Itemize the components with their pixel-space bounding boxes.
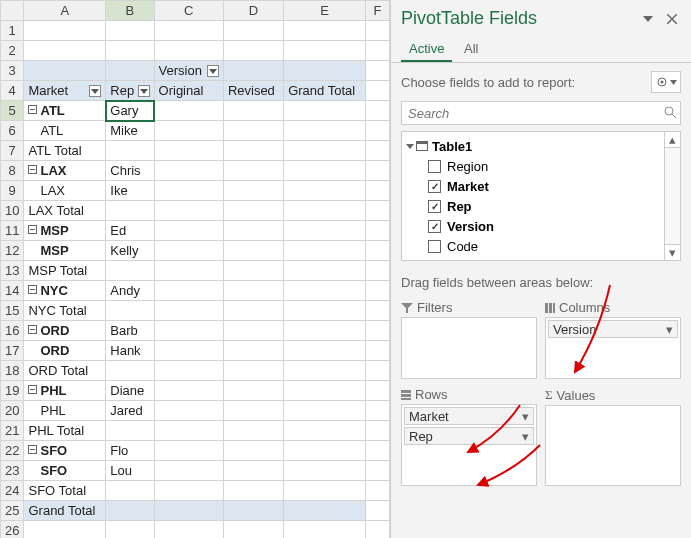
row-12[interactable]: 12 — [1, 241, 24, 261]
field-rep[interactable]: ✓Rep — [406, 196, 664, 216]
row-25[interactable]: 25 — [1, 501, 24, 521]
col-D[interactable]: D — [223, 1, 283, 21]
chevron-down-icon: ▾ — [522, 429, 529, 444]
subtotal-row: SFO Total — [24, 481, 106, 501]
spreadsheet-grid[interactable]: A B C D E F 1 2 3 Version 4 Market Rep O… — [0, 0, 390, 538]
rep-cell[interactable]: Gary — [106, 101, 154, 121]
col-A[interactable]: A — [24, 1, 106, 21]
row-22[interactable]: 22 — [1, 441, 24, 461]
pill-market[interactable]: Market▾ — [404, 407, 534, 425]
row-23[interactable]: 23 — [1, 461, 24, 481]
row-21[interactable]: 21 — [1, 421, 24, 441]
svg-rect-9 — [401, 398, 411, 400]
field-code[interactable]: Code — [406, 236, 664, 256]
checkbox-market[interactable]: ✓ — [428, 180, 441, 193]
row-19[interactable]: 19 — [1, 381, 24, 401]
collapse-icon[interactable] — [28, 325, 37, 334]
checkbox-code[interactable] — [428, 240, 441, 253]
collapse-icon[interactable] — [28, 445, 37, 454]
subtotal-row: MSP Total — [24, 261, 106, 281]
row-18[interactable]: 18 — [1, 361, 24, 381]
row-15[interactable]: 15 — [1, 301, 24, 321]
close-icon[interactable] — [663, 10, 681, 28]
tab-active[interactable]: Active — [401, 37, 452, 62]
col-E[interactable]: E — [284, 1, 366, 21]
row-1[interactable]: 1 — [1, 21, 24, 41]
values-drop-area[interactable] — [545, 405, 681, 486]
columns-label: Columns — [559, 300, 610, 315]
row-16[interactable]: 16 — [1, 321, 24, 341]
version-label: Version — [159, 63, 202, 78]
market-filter-dropdown[interactable] — [89, 85, 101, 97]
market-cell: MSP — [40, 243, 68, 258]
checkbox-region[interactable] — [428, 160, 441, 173]
table-node[interactable]: Table1 — [406, 136, 664, 156]
col-B[interactable]: B — [106, 1, 154, 21]
rep-cell[interactable]: Jared — [106, 401, 154, 421]
tab-all[interactable]: All — [456, 37, 486, 60]
columns-icon — [545, 303, 555, 313]
tools-dropdown[interactable] — [651, 71, 681, 93]
select-all[interactable] — [1, 1, 24, 21]
row-7[interactable]: 7 — [1, 141, 24, 161]
rep-cell[interactable]: Diane — [106, 381, 154, 401]
rep-cell[interactable]: Hank — [106, 341, 154, 361]
row-24[interactable]: 24 — [1, 481, 24, 501]
row-17[interactable]: 17 — [1, 341, 24, 361]
checkbox-rep[interactable]: ✓ — [428, 200, 441, 213]
checkbox-version[interactable]: ✓ — [428, 220, 441, 233]
row-26[interactable]: 26 — [1, 521, 24, 539]
scroll-up-icon[interactable]: ▴ — [665, 132, 680, 148]
rep-cell[interactable]: Ed — [106, 221, 154, 241]
row-2[interactable]: 2 — [1, 41, 24, 61]
collapse-icon[interactable] — [28, 385, 37, 394]
collapse-icon[interactable] — [28, 165, 37, 174]
columns-drop-area[interactable]: Version▾ — [545, 317, 681, 379]
field-version[interactable]: ✓Version — [406, 216, 664, 236]
filters-drop-area[interactable] — [401, 317, 537, 379]
collapse-icon[interactable] — [28, 285, 37, 294]
col-F[interactable]: F — [366, 1, 390, 21]
market-cell: PHL — [40, 403, 65, 418]
row-13[interactable]: 13 — [1, 261, 24, 281]
rep-cell[interactable]: Barb — [106, 321, 154, 341]
rep-cell[interactable]: Kelly — [106, 241, 154, 261]
rep-cell[interactable]: Mike — [106, 121, 154, 141]
pill-version[interactable]: Version▾ — [548, 320, 678, 338]
rep-cell[interactable]: Andy — [106, 281, 154, 301]
rep-cell[interactable]: Flo — [106, 441, 154, 461]
version-filter-dropdown[interactable] — [207, 65, 219, 77]
row-4[interactable]: 4 — [1, 81, 24, 101]
scroll-down-icon[interactable]: ▾ — [665, 244, 680, 260]
field-market[interactable]: ✓Market — [406, 176, 664, 196]
collapse-icon[interactable] — [28, 105, 37, 114]
svg-point-2 — [665, 107, 673, 115]
rep-cell[interactable]: Lou — [106, 461, 154, 481]
svg-rect-5 — [549, 303, 552, 313]
row-11[interactable]: 11 — [1, 221, 24, 241]
row-20[interactable]: 20 — [1, 401, 24, 421]
rep-cell[interactable]: Ike — [106, 181, 154, 201]
values-label: Values — [557, 388, 596, 403]
market-cell: ATL — [40, 103, 64, 118]
row-9[interactable]: 9 — [1, 181, 24, 201]
rep-filter-dropdown[interactable] — [138, 85, 150, 97]
pill-rep[interactable]: Rep▾ — [404, 427, 534, 445]
row-14[interactable]: 14 — [1, 281, 24, 301]
row-8[interactable]: 8 — [1, 161, 24, 181]
row-3[interactable]: 3 — [1, 61, 24, 81]
svg-rect-6 — [553, 303, 555, 313]
collapse-icon[interactable] — [28, 225, 37, 234]
row-10[interactable]: 10 — [1, 201, 24, 221]
pane-menu-dropdown[interactable] — [639, 10, 657, 28]
col-C[interactable]: C — [154, 1, 223, 21]
field-scrollbar[interactable]: ▴ ▾ — [664, 132, 680, 260]
rows-drop-area[interactable]: Market▾ Rep▾ — [401, 404, 537, 486]
search-input[interactable] — [401, 101, 681, 125]
rep-cell[interactable]: Chris — [106, 161, 154, 181]
row-5[interactable]: 5 — [1, 101, 24, 121]
pivottable-fields-pane: PivotTable Fields Active All Choose fiel… — [390, 0, 691, 538]
search-icon — [663, 105, 677, 122]
field-region[interactable]: Region — [406, 156, 664, 176]
row-6[interactable]: 6 — [1, 121, 24, 141]
